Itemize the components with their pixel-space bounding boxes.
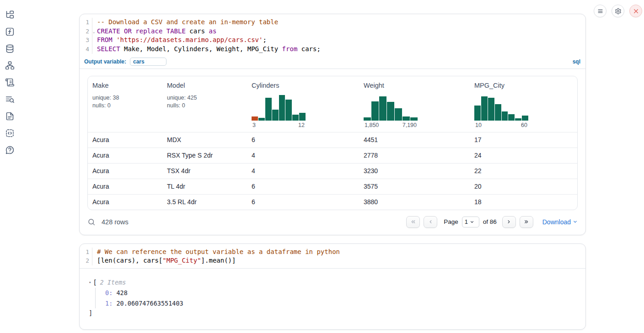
table-cell: 3880 [359,195,470,210]
table-cell: Acura [88,164,162,179]
prev-page-button[interactable] [424,216,437,228]
table-cell: 6 [247,132,359,148]
model-nulls-stat: nulls: 0 [167,102,242,110]
column-header-model[interactable]: Model unique: 425 nulls: 0 [162,76,247,132]
chevron-down-icon [470,220,474,224]
page-total: of 86 [483,218,497,225]
table-cell: 24 [470,148,577,163]
histogram-bar [285,100,292,121]
tree-entry: 1: 20.060747663551403 [105,298,578,309]
output-variable-input[interactable] [130,58,166,66]
scratchpad-icon[interactable] [5,78,15,87]
left-sidebar [0,0,19,333]
top-controls [594,5,642,17]
table-cell: 3.5 RL 4dr [162,195,247,210]
table-cell: TL 4dr [162,179,247,194]
tree-entry: 0: 428 [105,288,578,298]
weight-min-label: 1,850 [365,122,379,128]
histogram-bar [371,101,379,121]
help-icon[interactable] [5,145,15,155]
file-tree-icon[interactable] [5,10,15,20]
table-row[interactable]: AcuraTSX 4dr4323022 [88,163,577,179]
histogram-bar [272,110,279,121]
column-header-mpg-city[interactable]: MPG_City 10 60 [470,76,577,132]
table-row[interactable]: AcuraTL 4dr6357520 [88,179,577,194]
datasources-icon[interactable] [5,44,15,53]
weight-max-label: 7,190 [402,122,417,128]
table-header: Make unique: 38 nulls: 0 Model unique: 4… [88,76,577,132]
histogram-bar [481,96,488,121]
python-code[interactable]: # We can reference the output variable a… [92,248,585,265]
mpg-city-min-label: 10 [475,122,482,128]
histogram-bar [508,114,515,121]
mpg-city-max-label: 60 [521,122,527,128]
list-output-tree: ▾ [ 2 Items 0: 4281: 20.060747663551403 … [80,269,585,329]
histogram-bar [364,117,371,121]
cylinders-max-label: 12 [298,122,305,128]
histogram-bar [402,116,410,121]
snippets-icon[interactable] [5,128,15,138]
row-count: 428 rows [102,218,129,226]
table-cell: 3575 [359,179,470,194]
chevron-down-icon [573,219,578,224]
pagination: Page 1 of 86 Download [406,216,578,228]
documentation-icon[interactable] [5,111,15,121]
sql-code-editor[interactable]: 12⌄34 -- Download a CSV and create an in… [80,14,585,57]
fold-caret-icon[interactable]: ⌄ [93,27,95,37]
table-cell: 4451 [359,132,470,148]
make-unique-stat: unique: 38 [92,94,158,102]
table-row[interactable]: Acura3.5 RL 4dr6388018 [88,194,577,210]
search-icon[interactable] [87,218,96,226]
collapse-caret-icon[interactable]: ▾ [89,280,91,285]
download-button[interactable]: Download [542,218,578,226]
histogram-bar [258,118,265,121]
table-cell: 3230 [359,164,470,179]
model-unique-stat: unique: 425 [167,94,242,102]
table-cell: 6 [247,179,359,194]
column-header-make[interactable]: Make unique: 38 nulls: 0 [88,76,162,132]
sql-code[interactable]: -- Download a CSV and create an in-memor… [92,18,585,54]
histogram-bar [502,111,508,121]
settings-button[interactable] [612,5,624,17]
column-header-weight[interactable]: Weight 1,850 7,190 [359,76,470,132]
histogram-bar [292,115,299,120]
notebook-main: 12⌄34 -- Download a CSV and create an in… [79,0,586,330]
menu-button[interactable] [594,5,606,17]
next-page-button[interactable] [502,216,516,228]
last-page-button[interactable] [520,216,533,228]
table-cell: 20 [470,179,577,194]
dependency-graph-icon[interactable] [5,61,15,70]
histogram-bar [299,113,306,121]
histogram-bar [265,98,272,120]
language-badge[interactable]: sql [573,58,580,65]
table-cell: 4 [247,164,359,179]
table-cell: Acura [88,195,162,210]
functions-icon[interactable] [5,27,15,37]
shutdown-button[interactable] [629,5,642,17]
histogram-bar [279,95,285,121]
table-row[interactable]: AcuraMDX6445117 [88,132,577,148]
column-header-cylinders[interactable]: Cylinders 3 12 [247,76,359,132]
table-cell: 6 [247,195,359,210]
table-cell: Acura [88,179,162,194]
page-select[interactable]: 1 [462,217,479,227]
table-cell: 2778 [359,148,470,163]
cylinders-min-label: 3 [252,122,256,128]
output-variable-bar: Output variable: sql [80,57,585,69]
table-row[interactable]: AcuraRSX Type S 2dr4277824 [88,148,577,163]
histogram-bar [515,118,521,121]
logs-icon[interactable] [5,95,15,104]
histogram-bar [522,116,528,121]
items-count-label: 2 Items [100,279,126,286]
table-cell: Acura [88,148,162,163]
histogram-bar [495,104,501,120]
first-page-button[interactable] [406,216,420,228]
close-bracket: ] [89,308,578,317]
table-cell: TSX 4dr [162,164,247,179]
histogram-bar [395,108,402,121]
histogram-bar [387,102,394,120]
weight-histogram [364,95,418,121]
histogram-bar [474,106,481,120]
table-cell: 17 [470,132,577,148]
python-code-editor[interactable]: 12 # We can reference the output variabl… [80,244,585,268]
